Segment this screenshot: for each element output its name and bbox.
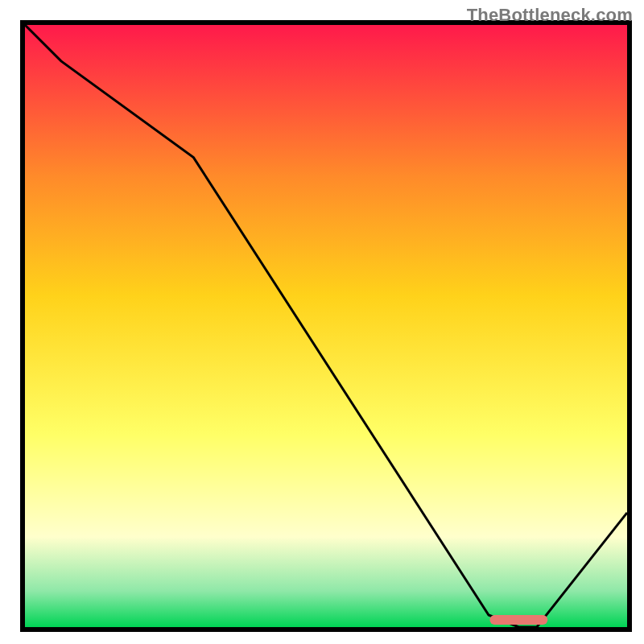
chart-svg xyxy=(0,0,644,644)
watermark-text: TheBottleneck.com xyxy=(467,5,633,26)
gradient-background xyxy=(25,25,627,627)
bottleneck-chart xyxy=(0,0,644,644)
